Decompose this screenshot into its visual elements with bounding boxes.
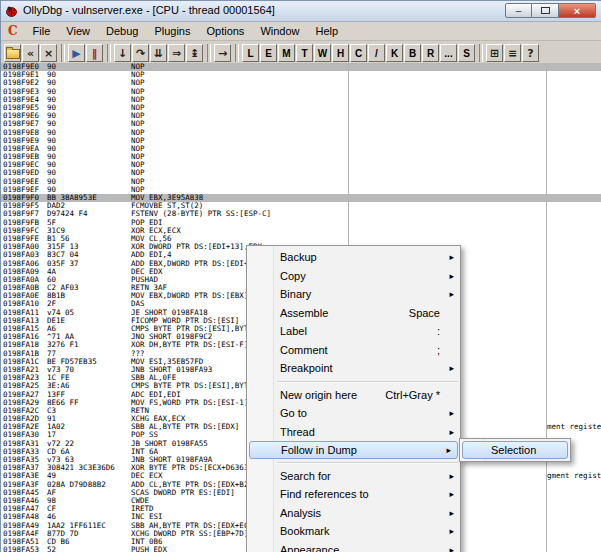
context-menu-item-binary[interactable]: Binary▸: [247, 285, 460, 304]
animate-into-button[interactable]: ⇊: [150, 44, 167, 62]
disasm-row[interactable]: 0198F9E990NOP: [1, 137, 601, 145]
context-menu-item-backup[interactable]: Backup▸: [247, 248, 460, 267]
submenu-arrow-icon: ▸: [444, 427, 454, 437]
minimize-button[interactable]: –: [505, 3, 532, 18]
maximize-button[interactable]: [532, 3, 559, 18]
submenu-arrow-icon: ▸: [444, 363, 454, 373]
submenu-arrow-icon: ▸: [444, 271, 454, 281]
column-separator[interactable]: [546, 63, 547, 552]
child-window-menu-icon[interactable]: C: [1, 24, 25, 38]
threads-window-button[interactable]: T: [296, 44, 313, 62]
disasm-row[interactable]: 0198F9ED90NOP: [1, 169, 601, 177]
close-program-button[interactable]: ×: [40, 44, 57, 62]
executables-window-button[interactable]: E: [260, 44, 277, 62]
disasm-row[interactable]: 0198F9E290NOP: [1, 79, 601, 87]
run-button[interactable]: ▶: [68, 44, 85, 62]
step-over-button[interactable]: ↷: [132, 44, 149, 62]
source-window-icon: S: [463, 48, 470, 59]
disasm-row[interactable]: 0198F9F5DAD2FCMOVBE ST,ST(2): [1, 202, 601, 210]
help-button[interactable]: ?: [522, 44, 539, 62]
ollydbg-window: OllyDbg - vulnserver.exe - [CPU - thread…: [0, 0, 601, 552]
disasm-row[interactable]: 0198F9E490NOP: [1, 96, 601, 104]
context-menu-item-appearance[interactable]: Appearance▸: [247, 541, 460, 552]
menubar-item-file[interactable]: File: [25, 23, 59, 39]
context-menu-item-backup-label: Backup: [280, 251, 317, 263]
submenu-arrow-icon: ▸: [444, 471, 454, 481]
menubar-item-options[interactable]: Options: [198, 23, 252, 39]
context-menu-item-follow-in-dump[interactable]: Follow in Dump▸: [249, 441, 458, 459]
menubar-item-debug[interactable]: Debug: [98, 23, 146, 39]
open-folder-icon: [6, 49, 20, 59]
title-bar: OllyDbg - vulnserver.exe - [CPU - thread…: [1, 1, 601, 22]
references-window-button[interactable]: R: [422, 44, 439, 62]
step-into-button[interactable]: ↓: [114, 44, 131, 62]
open-file-button[interactable]: [4, 44, 21, 62]
disasm-row[interactable]: 0198F9F0BB 38A8953EMOV EBX,3E95A838: [1, 194, 601, 202]
context-menu-item-go-to[interactable]: Go to▸: [247, 404, 460, 423]
follow-in-dump-submenu: Selection: [459, 438, 571, 462]
disasm-row[interactable]: 0198F9FC31C9XOR ECX,ECX: [1, 227, 601, 235]
disasm-row[interactable]: 0198F9EE90NOP: [1, 178, 601, 186]
disasm-row[interactable]: 0198F9E090NOP: [1, 63, 601, 71]
step-over-icon: ↷: [136, 48, 145, 59]
menubar-item-window[interactable]: Window: [252, 23, 307, 39]
tile-windows-button[interactable]: ⊞: [486, 44, 503, 62]
menubar-item-help[interactable]: Help: [308, 23, 347, 39]
memory-window-button[interactable]: M: [278, 44, 295, 62]
hexdump-cell: 308421 3C3E36D6: [47, 464, 115, 472]
handles-window-button[interactable]: H: [332, 44, 349, 62]
disasm-row[interactable]: 0198F9E190NOP: [1, 71, 601, 79]
animate-over-button[interactable]: ⇒: [168, 44, 185, 62]
submenu-arrow-icon: ▸: [444, 289, 454, 299]
disasm-row[interactable]: 0198F9FB5FPOP EDI: [1, 219, 601, 227]
context-menu-item-comment[interactable]: Comment;: [247, 341, 460, 360]
disasm-row[interactable]: 0198F9E390NOP: [1, 88, 601, 96]
context-menu-item-thread[interactable]: Thread▸: [247, 423, 460, 442]
context-menu-item-new-origin-here[interactable]: New origin hereCtrl+Gray *: [247, 386, 460, 405]
disasm-row[interactable]: 0198F9EA90NOP: [1, 145, 601, 153]
disasm-row[interactable]: 0198F9EC90NOP: [1, 161, 601, 169]
context-menu-item-search-for[interactable]: Search for▸: [247, 467, 460, 486]
window-list-button[interactable]: ≡: [504, 44, 521, 62]
pause-button[interactable]: ‖: [86, 44, 103, 62]
close-button[interactable]: ×: [559, 3, 596, 18]
breakpoints-window-button[interactable]: B: [404, 44, 421, 62]
submenu-item-selection[interactable]: Selection: [462, 441, 568, 459]
animate-into-icon: ⇊: [154, 48, 163, 59]
menubar-item-plugins[interactable]: Plugins: [146, 23, 198, 39]
disasm-row[interactable]: 0198F9EB90NOP: [1, 153, 601, 161]
go-to-address-button[interactable]: →: [214, 44, 231, 62]
menubar-item-view[interactable]: View: [58, 23, 98, 39]
context-menu-item-copy[interactable]: Copy▸: [247, 267, 460, 286]
source-window-button[interactable]: S: [458, 44, 475, 62]
log-window-button[interactable]: L: [242, 44, 259, 62]
disasm-row[interactable]: 0198F9FEB1 56MOV CL,56: [1, 235, 601, 243]
windows-window-button[interactable]: W: [314, 44, 331, 62]
call-stack-window-icon: K: [391, 48, 398, 59]
memory-window-icon: M: [282, 48, 290, 59]
disasm-row[interactable]: 0198F9E590NOP: [1, 104, 601, 112]
toolbar-divider: [207, 44, 211, 62]
context-menu-item-bookmark[interactable]: Bookmark▸: [247, 522, 460, 541]
patches-window-button[interactable]: /: [368, 44, 385, 62]
disasm-row[interactable]: 0198F9E790NOP: [1, 120, 601, 128]
context-menu-item-analysis[interactable]: Analysis▸: [247, 504, 460, 523]
disasm-row[interactable]: 0198F9E690NOP: [1, 112, 601, 120]
disassembly-cell: PUSH EDX: [131, 546, 167, 552]
submenu-arrow-icon: ▸: [444, 526, 454, 536]
context-menu-item-find-references-to[interactable]: Find references to▸: [247, 485, 460, 504]
restart-button[interactable]: «: [22, 44, 39, 62]
call-stack-window-button[interactable]: K: [386, 44, 403, 62]
context-menu-item-assemble[interactable]: AssembleSpace: [247, 304, 460, 323]
menu-bar: C FileViewDebugPluginsOptionsWindowHelp: [1, 22, 601, 41]
references-window-icon: R: [427, 48, 434, 59]
cpu-window-button[interactable]: C: [350, 44, 367, 62]
execute-till-return-button[interactable]: ↨: [186, 44, 203, 62]
execute-till-return-icon: ↨: [190, 48, 199, 59]
context-menu-item-breakpoint[interactable]: Breakpoint▸: [247, 359, 460, 378]
context-menu-item-appearance-label: Appearance: [280, 544, 339, 552]
run-trace-window-button[interactable]: ...: [440, 44, 457, 62]
disasm-row[interactable]: 0198F9F7D97424 F4FSTENV (28-BYTE) PTR SS…: [1, 210, 601, 218]
context-menu-item-label[interactable]: Label:: [247, 322, 460, 341]
disasm-row[interactable]: 0198F9E890NOP: [1, 129, 601, 137]
